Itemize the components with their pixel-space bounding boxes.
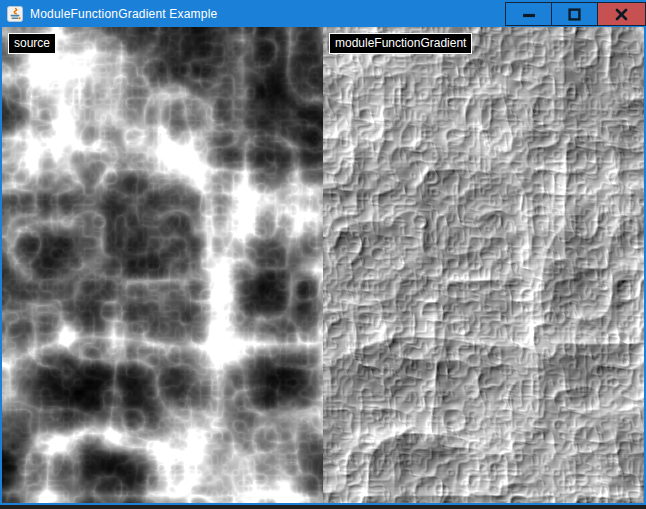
image-content-area: source moduleFunctionGradient	[0, 27, 646, 503]
maximize-button[interactable]	[551, 2, 598, 26]
gradient-panel: moduleFunctionGradient	[323, 27, 644, 503]
gradient-label: moduleFunctionGradient	[329, 33, 472, 54]
minimize-button[interactable]	[505, 2, 552, 26]
close-button[interactable]	[597, 2, 646, 26]
close-icon	[615, 8, 628, 21]
window-controls	[506, 2, 646, 26]
maximize-icon	[568, 8, 581, 21]
java-app-icon	[7, 6, 23, 22]
source-image	[2, 27, 323, 503]
titlebar[interactable]: ModuleFunctionGradient Example	[0, 0, 646, 27]
source-label: source	[8, 33, 56, 54]
source-panel: source	[2, 27, 323, 503]
app-window: ModuleFunctionGradient Example	[0, 0, 646, 505]
window-border-bottom	[0, 503, 646, 505]
gradient-image	[323, 27, 644, 503]
minimize-icon	[522, 7, 536, 21]
window-title: ModuleFunctionGradient Example	[30, 7, 217, 21]
